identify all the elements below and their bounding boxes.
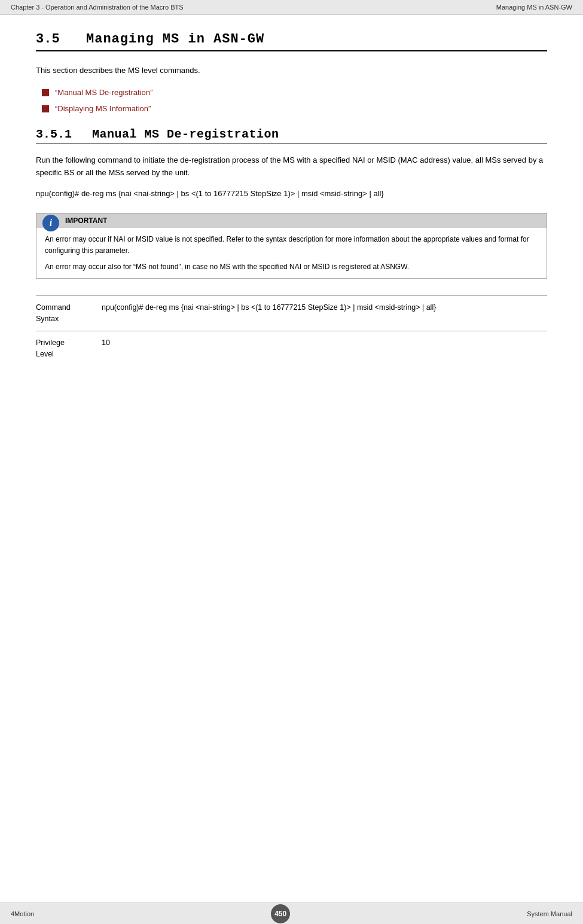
footer-bar: 4Motion 450 System Manual xyxy=(0,902,583,924)
section-35-heading: 3.5 Managing MS in ASN-GW xyxy=(36,32,547,51)
info-table: CommandSyntax npu(config)# de-reg ms {na… xyxy=(36,295,547,365)
footer-page-number: 450 xyxy=(271,904,290,923)
bullet-link-1[interactable]: “Manual MS De-registration” xyxy=(55,88,152,97)
header-bar: Chapter 3 - Operation and Administration… xyxy=(0,0,583,15)
section-35-title: Managing MS in ASN-GW xyxy=(86,32,264,47)
bullet-square-icon xyxy=(42,89,49,96)
important-line-1: An error may occur if NAI or MSID value … xyxy=(45,234,538,256)
privilege-level-value: 10 xyxy=(102,331,547,365)
table-row: PrivilegeLevel 10 xyxy=(36,331,547,365)
section-351-heading: 3.5.1 Manual MS De-registration xyxy=(36,127,547,144)
command-inline-text: npu(config)# de-reg ms {nai <nai-string>… xyxy=(36,188,547,200)
bullet-link-2[interactable]: “Displaying MS Information” xyxy=(55,104,151,113)
bullet-square-icon xyxy=(42,105,49,112)
body-text-351: Run the following command to initiate th… xyxy=(36,154,547,179)
header-right: Managing MS in ASN-GW xyxy=(496,4,572,11)
important-header: i IMPORTANT xyxy=(36,214,547,228)
table-row: CommandSyntax npu(config)# de-reg ms {na… xyxy=(36,296,547,331)
main-content: 3.5 Managing MS in ASN-GW This section d… xyxy=(0,15,583,418)
section-351-number: 3.5.1 xyxy=(36,127,78,141)
important-box: i IMPORTANT An error may occur if NAI or… xyxy=(36,213,547,279)
important-line-2: An error may occur also for “MS not foun… xyxy=(45,261,538,273)
important-icon-label: i xyxy=(50,218,52,228)
section-35-number: 3.5 xyxy=(36,32,72,47)
list-item: “Manual MS De-registration” xyxy=(42,88,547,97)
section-351-title: Manual MS De-registration xyxy=(92,127,279,141)
list-item: “Displaying MS Information” xyxy=(42,104,547,113)
intro-paragraph: This section describes the MS level comm… xyxy=(36,65,547,77)
command-syntax-value: npu(config)# de-reg ms {nai <nai-string>… xyxy=(102,296,547,331)
footer-left: 4Motion xyxy=(11,910,34,917)
privilege-level-label: PrivilegeLevel xyxy=(36,331,102,365)
command-syntax-label: CommandSyntax xyxy=(36,296,102,331)
bullet-list: “Manual MS De-registration” “Displaying … xyxy=(42,88,547,113)
header-left: Chapter 3 - Operation and Administration… xyxy=(11,4,184,11)
footer-right: System Manual xyxy=(527,910,572,917)
important-body: An error may occur if NAI or MSID value … xyxy=(36,228,547,278)
important-header-text: IMPORTANT xyxy=(65,216,107,225)
